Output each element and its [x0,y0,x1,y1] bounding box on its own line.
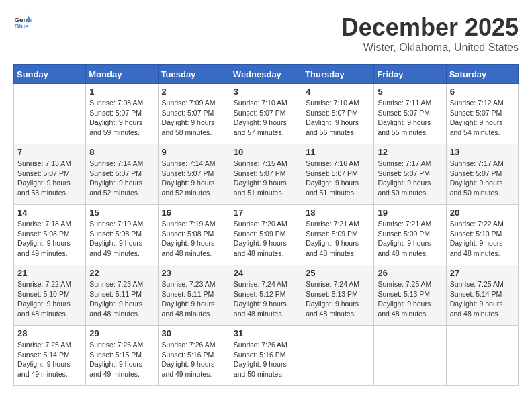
calendar-cell: 2Sunrise: 7:09 AM Sunset: 5:07 PM Daylig… [158,84,230,144]
day-info: Sunrise: 7:12 AM Sunset: 5:07 PM Dayligh… [450,98,515,138]
month-title: December 2025 [341,13,519,42]
day-info: Sunrise: 7:17 AM Sunset: 5:07 PM Dayligh… [450,158,515,198]
day-info: Sunrise: 7:09 AM Sunset: 5:07 PM Dayligh… [162,98,226,138]
day-number: 28 [17,328,82,338]
calendar-cell: 23Sunrise: 7:23 AM Sunset: 5:11 PM Dayli… [158,265,230,326]
calendar-cell [302,326,374,386]
calendar-cell: 3Sunrise: 7:10 AM Sunset: 5:07 PM Daylig… [230,84,302,144]
day-number: 22 [89,268,154,278]
location-title: Wister, Oklahoma, United States [341,42,519,54]
day-number: 2 [162,87,226,97]
calendar-week-5: 28Sunrise: 7:25 AM Sunset: 5:14 PM Dayli… [14,326,519,386]
day-number: 15 [89,208,154,218]
weekday-header-sunday: Sunday [14,65,86,84]
logo-icon: General Blue [13,13,32,32]
weekday-header-saturday: Saturday [446,65,518,84]
day-info: Sunrise: 7:14 AM Sunset: 5:07 PM Dayligh… [162,158,226,198]
calendar-cell: 17Sunrise: 7:20 AM Sunset: 5:09 PM Dayli… [230,205,302,265]
calendar-cell: 4Sunrise: 7:10 AM Sunset: 5:07 PM Daylig… [302,84,374,144]
day-info: Sunrise: 7:23 AM Sunset: 5:11 PM Dayligh… [89,279,154,319]
day-info: Sunrise: 7:13 AM Sunset: 5:07 PM Dayligh… [17,158,82,198]
day-number: 19 [378,208,442,218]
calendar-body: 1Sunrise: 7:08 AM Sunset: 5:07 PM Daylig… [14,84,519,386]
calendar-cell: 11Sunrise: 7:16 AM Sunset: 5:07 PM Dayli… [302,144,374,205]
day-info: Sunrise: 7:26 AM Sunset: 5:16 PM Dayligh… [234,340,298,379]
calendar-cell: 7Sunrise: 7:13 AM Sunset: 5:07 PM Daylig… [14,144,86,205]
page-header: General Blue December 2025 Wister, Oklah… [13,13,519,54]
day-info: Sunrise: 7:21 AM Sunset: 5:09 PM Dayligh… [306,219,370,259]
calendar-cell: 6Sunrise: 7:12 AM Sunset: 5:07 PM Daylig… [446,84,518,144]
calendar-cell: 18Sunrise: 7:21 AM Sunset: 5:09 PM Dayli… [302,205,374,265]
calendar-cell: 29Sunrise: 7:26 AM Sunset: 5:15 PM Dayli… [86,326,158,386]
day-number: 6 [450,87,515,97]
calendar-week-1: 1Sunrise: 7:08 AM Sunset: 5:07 PM Daylig… [14,84,519,144]
day-info: Sunrise: 7:24 AM Sunset: 5:13 PM Dayligh… [306,279,370,319]
calendar-cell: 8Sunrise: 7:14 AM Sunset: 5:07 PM Daylig… [86,144,158,205]
day-info: Sunrise: 7:11 AM Sunset: 5:07 PM Dayligh… [378,98,442,138]
day-number: 24 [234,268,298,278]
day-info: Sunrise: 7:26 AM Sunset: 5:15 PM Dayligh… [89,340,154,379]
day-number: 5 [378,87,442,97]
day-number: 8 [89,147,154,157]
day-info: Sunrise: 7:18 AM Sunset: 5:08 PM Dayligh… [17,219,82,259]
title-area: December 2025 Wister, Oklahoma, United S… [341,13,519,54]
day-number: 30 [162,328,226,338]
calendar-cell [374,326,446,386]
weekday-header-wednesday: Wednesday [230,65,302,84]
day-info: Sunrise: 7:24 AM Sunset: 5:12 PM Dayligh… [234,279,298,319]
calendar-cell: 31Sunrise: 7:26 AM Sunset: 5:16 PM Dayli… [230,326,302,386]
calendar-cell: 12Sunrise: 7:17 AM Sunset: 5:07 PM Dayli… [374,144,446,205]
calendar-cell: 19Sunrise: 7:21 AM Sunset: 5:09 PM Dayli… [374,205,446,265]
day-number: 3 [234,87,298,97]
day-number: 4 [306,87,370,97]
day-info: Sunrise: 7:15 AM Sunset: 5:07 PM Dayligh… [234,158,298,198]
day-number: 21 [17,268,82,278]
logo: General Blue [13,13,32,32]
day-number: 1 [89,87,154,97]
day-number: 12 [378,147,442,157]
calendar-cell: 5Sunrise: 7:11 AM Sunset: 5:07 PM Daylig… [374,84,446,144]
day-number: 20 [450,208,515,218]
calendar-cell: 1Sunrise: 7:08 AM Sunset: 5:07 PM Daylig… [86,84,158,144]
day-info: Sunrise: 7:22 AM Sunset: 5:10 PM Dayligh… [17,279,82,319]
day-number: 23 [162,268,226,278]
day-number: 18 [306,208,370,218]
day-info: Sunrise: 7:25 AM Sunset: 5:14 PM Dayligh… [17,340,82,379]
day-info: Sunrise: 7:19 AM Sunset: 5:08 PM Dayligh… [162,219,226,259]
calendar-cell: 27Sunrise: 7:25 AM Sunset: 5:14 PM Dayli… [446,265,518,326]
calendar-cell: 22Sunrise: 7:23 AM Sunset: 5:11 PM Dayli… [86,265,158,326]
day-number: 25 [306,268,370,278]
calendar-table: SundayMondayTuesdayWednesdayThursdayFrid… [13,64,519,386]
day-number: 29 [89,328,154,338]
calendar-cell: 9Sunrise: 7:14 AM Sunset: 5:07 PM Daylig… [158,144,230,205]
day-number: 11 [306,147,370,157]
calendar-cell: 28Sunrise: 7:25 AM Sunset: 5:14 PM Dayli… [14,326,86,386]
day-number: 31 [234,328,298,338]
day-number: 16 [162,208,226,218]
day-number: 7 [17,147,82,157]
day-info: Sunrise: 7:20 AM Sunset: 5:09 PM Dayligh… [234,219,298,259]
calendar-week-2: 7Sunrise: 7:13 AM Sunset: 5:07 PM Daylig… [14,144,519,205]
calendar-cell: 30Sunrise: 7:26 AM Sunset: 5:16 PM Dayli… [158,326,230,386]
day-info: Sunrise: 7:16 AM Sunset: 5:07 PM Dayligh… [306,158,370,198]
day-number: 10 [234,147,298,157]
calendar-cell: 24Sunrise: 7:24 AM Sunset: 5:12 PM Dayli… [230,265,302,326]
day-info: Sunrise: 7:10 AM Sunset: 5:07 PM Dayligh… [234,98,298,138]
day-info: Sunrise: 7:08 AM Sunset: 5:07 PM Dayligh… [89,98,154,138]
day-number: 26 [378,268,442,278]
calendar-cell: 16Sunrise: 7:19 AM Sunset: 5:08 PM Dayli… [158,205,230,265]
calendar-cell [14,84,86,144]
day-info: Sunrise: 7:21 AM Sunset: 5:09 PM Dayligh… [378,219,442,259]
calendar-cell: 15Sunrise: 7:19 AM Sunset: 5:08 PM Dayli… [86,205,158,265]
day-info: Sunrise: 7:14 AM Sunset: 5:07 PM Dayligh… [89,158,154,198]
day-number: 27 [450,268,515,278]
day-number: 9 [162,147,226,157]
day-info: Sunrise: 7:26 AM Sunset: 5:16 PM Dayligh… [162,340,226,379]
day-info: Sunrise: 7:25 AM Sunset: 5:13 PM Dayligh… [378,279,442,319]
day-info: Sunrise: 7:17 AM Sunset: 5:07 PM Dayligh… [378,158,442,198]
calendar-cell: 21Sunrise: 7:22 AM Sunset: 5:10 PM Dayli… [14,265,86,326]
calendar-cell: 10Sunrise: 7:15 AM Sunset: 5:07 PM Dayli… [230,144,302,205]
calendar-cell: 14Sunrise: 7:18 AM Sunset: 5:08 PM Dayli… [14,205,86,265]
day-info: Sunrise: 7:25 AM Sunset: 5:14 PM Dayligh… [450,279,515,319]
calendar-cell: 20Sunrise: 7:22 AM Sunset: 5:10 PM Dayli… [446,205,518,265]
